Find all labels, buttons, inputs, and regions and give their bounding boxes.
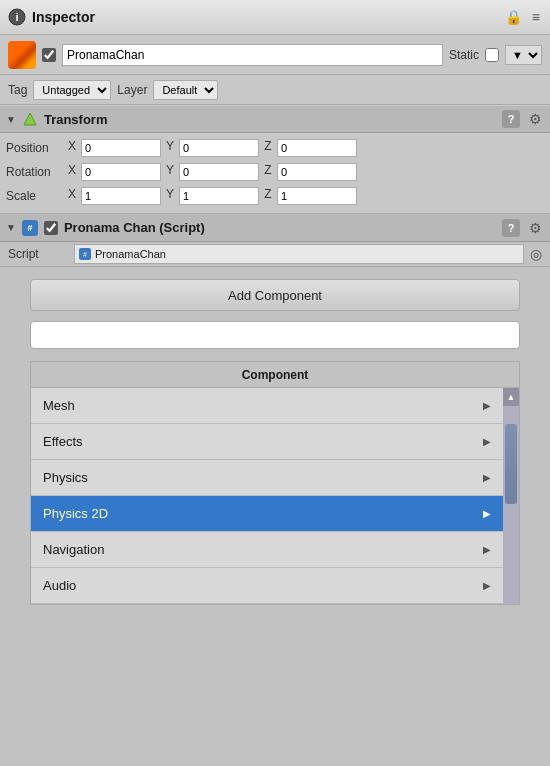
component-item-arrow-icon: ▶ [483, 580, 491, 591]
lock-button[interactable]: 🔒 [503, 7, 524, 27]
script-collapse-arrow[interactable]: ▼ [6, 222, 16, 233]
scrollbar-track: ▲ [503, 388, 519, 604]
list-item[interactable]: Audio▶ [31, 568, 503, 604]
scale-label: Scale [6, 189, 66, 203]
list-item[interactable]: Mesh▶ [31, 388, 503, 424]
transform-section-header: ▼ Transform ? ⚙ [0, 105, 550, 133]
rotation-x-input[interactable] [81, 163, 161, 181]
object-name-input[interactable] [62, 44, 443, 66]
rotation-y-input[interactable] [179, 163, 259, 181]
info-icon: i [8, 8, 26, 26]
component-item-label: Audio [43, 578, 483, 593]
rotation-row: Rotation X Y Z [6, 161, 544, 183]
component-item-arrow-icon: ▶ [483, 436, 491, 447]
list-item[interactable]: Physics 2D▶ [31, 496, 503, 532]
transform-help-button[interactable]: ? [502, 110, 520, 128]
script-target-button[interactable]: ◎ [530, 246, 542, 262]
position-z-input[interactable] [277, 139, 357, 157]
tag-layer-row: Tag Untagged Layer Default [0, 75, 550, 105]
component-list-header: Component [31, 362, 519, 388]
svg-text:i: i [15, 11, 18, 23]
transform-collapse-arrow[interactable]: ▼ [6, 114, 16, 125]
tag-select[interactable]: Untagged [33, 80, 111, 100]
component-item-label: Physics [43, 470, 483, 485]
list-item[interactable]: Physics▶ [31, 460, 503, 496]
script-obj-icon: # [79, 248, 91, 260]
transform-fields: Position X Y Z Rotation X Y Z Scale X Y … [0, 133, 550, 214]
inspector-title: Inspector [32, 9, 497, 25]
svg-marker-2 [24, 113, 36, 125]
position-x-input[interactable] [81, 139, 161, 157]
object-icon [8, 41, 36, 69]
static-label: Static [449, 48, 479, 62]
component-item-label: Physics 2D [43, 506, 483, 521]
script-icon: # [22, 220, 38, 236]
script-name: PronamaChan [95, 248, 166, 260]
position-y-input[interactable] [179, 139, 259, 157]
component-item-label: Effects [43, 434, 483, 449]
script-section: Script # PronamaChan ◎ [0, 242, 550, 267]
scale-z-input[interactable] [277, 187, 357, 205]
script-enabled-checkbox[interactable] [44, 221, 58, 235]
scale-y-input[interactable] [179, 187, 259, 205]
transform-icon [22, 111, 38, 127]
script-field-label: Script [8, 247, 68, 261]
component-list-body: Mesh▶Effects▶Physics▶Physics 2D▶Navigati… [31, 388, 519, 604]
title-bar: i Inspector 🔒 ≡ [0, 0, 550, 35]
list-item[interactable]: Navigation▶ [31, 532, 503, 568]
position-label: Position [6, 141, 66, 155]
component-item-arrow-icon: ▶ [483, 400, 491, 411]
component-items: Mesh▶Effects▶Physics▶Physics 2D▶Navigati… [31, 388, 503, 604]
static-checkbox[interactable] [485, 48, 499, 62]
add-component-section: Add Component 🔍 [0, 267, 550, 361]
transform-title: Transform [44, 112, 496, 127]
scrollbar-thumb[interactable] [505, 424, 517, 504]
object-row: Static ▼ [0, 35, 550, 75]
component-list-section: Component Mesh▶Effects▶Physics▶Physics 2… [30, 361, 520, 605]
object-enabled-checkbox[interactable] [42, 48, 56, 62]
component-item-label: Navigation [43, 542, 483, 557]
rotation-z-input[interactable] [277, 163, 357, 181]
scale-row: Scale X Y Z [6, 185, 544, 207]
script-row: Script # PronamaChan ◎ [0, 242, 550, 266]
rotation-xyz: X Y Z [66, 163, 544, 181]
scale-x-input[interactable] [81, 187, 161, 205]
list-item[interactable]: Effects▶ [31, 424, 503, 460]
component-item-arrow-icon: ▶ [483, 544, 491, 555]
script-gear-button[interactable]: ⚙ [526, 219, 544, 237]
search-input[interactable] [30, 321, 520, 349]
position-row: Position X Y Z [6, 137, 544, 159]
component-list-title: Component [242, 368, 309, 382]
script-help-button[interactable]: ? [502, 219, 520, 237]
menu-button[interactable]: ≡ [530, 7, 542, 27]
script-section-title: Pronama Chan (Script) [64, 220, 496, 235]
rotation-label: Rotation [6, 165, 66, 179]
component-item-arrow-icon: ▶ [483, 508, 491, 519]
scale-xyz: X Y Z [66, 187, 544, 205]
add-component-button[interactable]: Add Component [30, 279, 520, 311]
script-section-header: ▼ # Pronama Chan (Script) ? ⚙ [0, 214, 550, 242]
tag-label: Tag [8, 83, 27, 97]
transform-gear-button[interactable]: ⚙ [526, 110, 544, 128]
static-dropdown[interactable]: ▼ [505, 45, 542, 65]
layer-label: Layer [117, 83, 147, 97]
position-xyz: X Y Z [66, 139, 544, 157]
search-wrapper: 🔍 [30, 321, 520, 349]
component-item-label: Mesh [43, 398, 483, 413]
component-item-arrow-icon: ▶ [483, 472, 491, 483]
script-field-value: # PronamaChan [74, 244, 524, 264]
scrollbar-up-arrow[interactable]: ▲ [503, 388, 519, 406]
layer-select[interactable]: Default [153, 80, 218, 100]
